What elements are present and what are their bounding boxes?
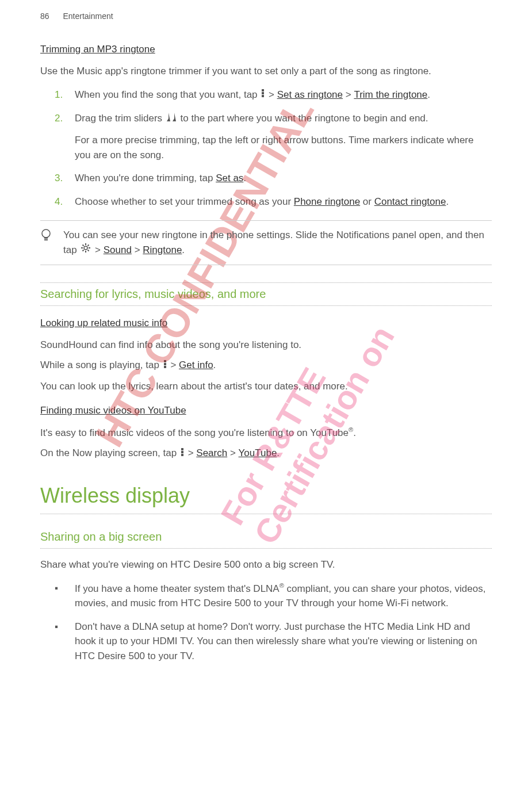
page-number: 86 — [40, 12, 49, 21]
svg-rect-5 — [44, 239, 48, 240]
text: . — [213, 359, 216, 370]
step-text: When you're done trimming, tap — [75, 173, 216, 183]
svg-rect-17 — [164, 366, 166, 368]
svg-line-11 — [83, 245, 84, 246]
text: While a song is playing, tap — [40, 359, 162, 370]
text: On the Now playing screen, tap — [40, 447, 179, 458]
step-text: . — [243, 173, 246, 183]
step-1: 1. When you find the song that you want,… — [40, 87, 492, 102]
step-number: 3. — [40, 171, 75, 186]
step-4: 4. Choose whether to set your trimmed so… — [40, 194, 492, 209]
step-number: 2. — [40, 111, 75, 162]
bold-text: YouTube — [239, 447, 277, 458]
step-extra-text: For a more precise trimming, tap the lef… — [75, 133, 492, 162]
lightbulb-icon — [40, 229, 52, 247]
tip-text: > — [92, 244, 103, 255]
step-text: or — [360, 196, 374, 207]
svg-rect-19 — [181, 451, 183, 453]
svg-line-14 — [88, 245, 89, 246]
gear-icon — [81, 243, 91, 258]
svg-rect-18 — [181, 448, 183, 450]
step-bold: Trim the ringtone — [354, 89, 427, 100]
bullet-list: ▪ If you have a home theater system that… — [40, 581, 492, 663]
tip-box: You can see your new ringtone in the pho… — [40, 220, 492, 265]
registered-mark: ® — [349, 426, 353, 433]
text: . — [277, 447, 280, 458]
tip-text: . — [182, 244, 185, 255]
body-text: You can look up the lyrics, learn about … — [40, 379, 492, 394]
svg-line-12 — [88, 250, 89, 251]
body-text: On the Now playing screen, tap > Search … — [40, 446, 492, 461]
text: > — [185, 447, 196, 458]
step-text: > — [343, 89, 354, 100]
more-icon — [261, 87, 265, 102]
tip-bold: Sound — [104, 244, 132, 255]
step-text: to the part where you want the ringtone … — [178, 113, 428, 124]
step-text: > — [266, 89, 277, 100]
list-item: ▪ If you have a home theater system that… — [40, 581, 492, 611]
heading-youtube: Finding music videos on YouTube — [40, 405, 492, 416]
text: . — [353, 427, 356, 438]
step-3: 3. When you're done trimming, tap Set as… — [40, 171, 492, 186]
svg-rect-15 — [164, 360, 166, 362]
steps-list: 1. When you find the song that you want,… — [40, 87, 492, 209]
heading-looking-up: Looking up related music info — [40, 317, 492, 329]
more-icon — [181, 446, 184, 461]
page-header: 86 Entertainment — [40, 12, 492, 21]
step-text: Choose whether to set your trimmed song … — [75, 196, 294, 207]
list-item: ▪ Don't have a DLNA setup at home? Don't… — [40, 619, 492, 664]
svg-rect-0 — [262, 89, 264, 91]
body-text: It's easy to find music videos of the so… — [40, 425, 492, 440]
svg-rect-4 — [44, 238, 48, 239]
svg-rect-1 — [262, 92, 264, 94]
step-bold: Phone ringtone — [294, 196, 360, 207]
text: It's easy to find music videos of the so… — [40, 427, 349, 438]
text: > — [168, 359, 179, 370]
tip-bold: Ringtone — [143, 244, 182, 255]
text: If you have a home theater system that's… — [75, 583, 280, 594]
body-text: Share what you're viewing on HTC Desire … — [40, 557, 492, 572]
svg-rect-2 — [262, 95, 264, 97]
svg-point-3 — [42, 229, 50, 238]
step-text: Drag the trim sliders — [75, 113, 165, 124]
step-number: 1. — [40, 87, 75, 102]
text: Don't have a DLNA setup at home? Don't w… — [75, 619, 492, 664]
svg-rect-16 — [164, 363, 166, 365]
registered-mark: ® — [280, 582, 284, 589]
trim-sliders-icon — [166, 112, 177, 127]
step-text: . — [446, 196, 449, 207]
bold-text: Get info — [179, 359, 213, 370]
bullet-icon: ▪ — [40, 619, 75, 664]
step-text: When you find the song that you want, ta… — [75, 89, 260, 100]
body-text: While a song is playing, tap > Get info. — [40, 358, 492, 373]
bold-text: Search — [196, 447, 227, 458]
svg-point-6 — [84, 246, 87, 250]
svg-rect-20 — [181, 454, 183, 456]
tip-text: > — [132, 244, 143, 255]
body-text: SoundHound can find info about the song … — [40, 338, 492, 353]
step-bold: Set as — [216, 173, 243, 183]
step-number: 4. — [40, 194, 75, 209]
heading-wireless-display: Wireless display — [40, 484, 492, 514]
bullet-icon: ▪ — [40, 581, 75, 611]
subheading-searching: Searching for lyrics, music videos, and … — [40, 282, 492, 306]
more-icon — [163, 358, 167, 373]
step-bold: Contact ringtone — [374, 196, 446, 207]
text: > — [227, 447, 238, 458]
intro-text: Use the Music app's ringtone trimmer if … — [40, 64, 492, 79]
svg-line-13 — [83, 250, 84, 251]
step-bold: Set as ringtone — [277, 89, 343, 100]
step-text: . — [427, 89, 430, 100]
step-2: 2. Drag the trim sliders to the part whe… — [40, 111, 492, 162]
heading-trimming: Trimming an MP3 ringtone — [40, 44, 492, 55]
subheading-sharing: Sharing on a big screen — [40, 526, 492, 549]
header-section: Entertainment — [63, 12, 113, 21]
